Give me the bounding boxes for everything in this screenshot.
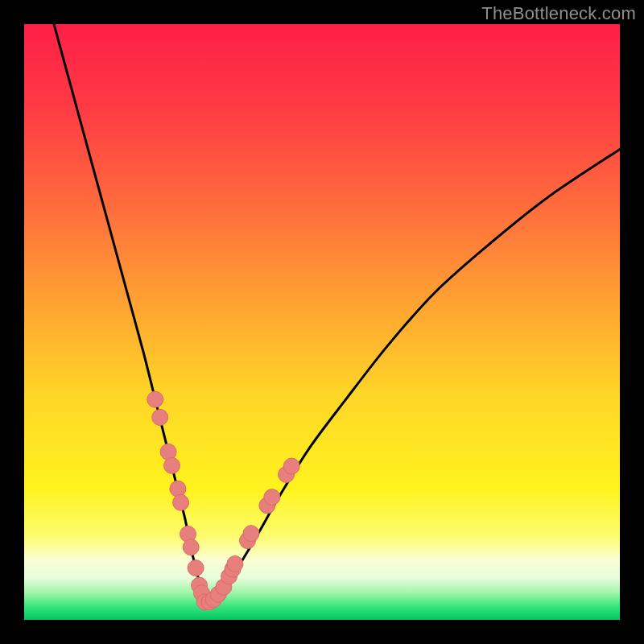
plot-area xyxy=(24,24,620,620)
watermark-text: TheBottleneck.com xyxy=(481,3,636,24)
bottleneck-curve xyxy=(54,24,620,603)
data-marker xyxy=(173,494,189,510)
data-marker xyxy=(164,457,180,473)
marker-group xyxy=(147,391,299,610)
curve-layer xyxy=(24,24,620,620)
data-marker xyxy=(243,526,259,542)
data-marker xyxy=(227,555,243,572)
data-marker xyxy=(188,560,204,576)
data-marker xyxy=(283,458,299,474)
data-marker xyxy=(152,409,168,425)
data-marker xyxy=(264,489,280,506)
data-marker xyxy=(170,481,186,497)
data-marker xyxy=(147,391,163,407)
chart-frame: TheBottleneck.com xyxy=(0,0,644,644)
data-marker xyxy=(183,539,199,555)
